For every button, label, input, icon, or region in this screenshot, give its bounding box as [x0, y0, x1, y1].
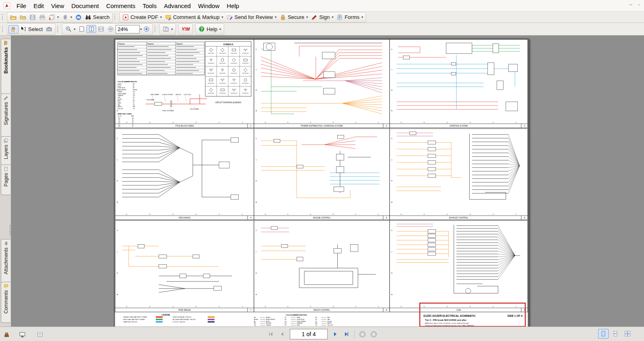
last-page-icon [343, 331, 350, 337]
sidebar-tab-comments[interactable]: Comments [1, 282, 10, 323]
previous-page-button[interactable] [277, 329, 287, 339]
fit-page-icon [88, 26, 95, 32]
hand-tool-button[interactable] [8, 25, 19, 33]
menu-comments[interactable]: Comments [103, 1, 139, 10]
color-abbrev-code: BK/WH [133, 89, 137, 91]
sidebar-tab-layers[interactable]: Layers [1, 136, 10, 166]
menu-document[interactable]: Document [68, 1, 102, 10]
fit-width-button[interactable] [96, 25, 106, 33]
snapshot-tool-button[interactable] [44, 25, 54, 33]
screen-mode-button[interactable] [17, 330, 27, 339]
send-for-review-button[interactable]: Send for Review▾ [225, 13, 278, 21]
schematic-panel-1: TITLE BLOCK INDEX1654321DCBADiagramDiagr… [115, 40, 254, 128]
color-abbrev-name: PINK [118, 97, 121, 98]
page-display-button[interactable]: ▾ [161, 25, 174, 33]
menu-help[interactable]: Help [223, 1, 243, 10]
comment-markup-button[interactable]: Comment & Markup▾ [163, 13, 225, 21]
dropdown-caret: ▾ [275, 15, 277, 19]
email-button[interactable] [74, 13, 83, 21]
ruler-row-label: D [391, 48, 392, 50]
toolbar-grip[interactable] [2, 26, 4, 32]
secure-label: Secure [288, 14, 304, 20]
toolbar-grip[interactable] [155, 26, 157, 32]
panel-title: POWER DISTRIBUTION / CHARGING SYSTEM [301, 125, 343, 127]
attach-button[interactable]: ▾ [60, 13, 74, 21]
zoom-level-input[interactable] [116, 25, 140, 33]
ruler-row-label: B [391, 180, 392, 182]
comment-markup-label: Comment & Markup [173, 14, 220, 20]
menu-edit[interactable]: Edit [30, 1, 47, 10]
create-pdf-button[interactable]: Create PDF▾ [121, 13, 163, 21]
ruler-row-label: B [391, 272, 392, 274]
print-button[interactable] [37, 13, 47, 21]
menu-view[interactable]: View [47, 1, 68, 10]
menu-tools[interactable]: Tools [139, 1, 160, 10]
first-page-button[interactable] [266, 329, 276, 339]
menu-items: FileEditViewDocumentCommentsToolsAdvance… [13, 1, 243, 10]
panel-number: 1 [250, 125, 252, 127]
previous-view-button[interactable] [357, 329, 367, 339]
legend-color-bar [208, 316, 215, 318]
dropdown-caret: ▾ [361, 15, 363, 19]
organizer-button[interactable] [18, 13, 28, 21]
menu-bar: FileEditViewDocumentCommentsToolsAdvance… [0, 0, 644, 12]
sidebar-tab-attachments[interactable]: Attachments [1, 239, 10, 283]
color-abbrev-code: GY [285, 317, 287, 318]
facing-layout-button[interactable] [622, 329, 633, 339]
next-page-button[interactable] [330, 329, 341, 339]
sidebar-tab-bookmarks[interactable]: Bookmarks [1, 39, 10, 94]
model-tree-icon[interactable] [4, 332, 10, 337]
page-number-input[interactable] [290, 329, 328, 339]
next-view-button[interactable] [368, 329, 379, 339]
color-abbrev-name: BLACK [266, 317, 271, 318]
continuous-layout-button[interactable] [610, 329, 621, 339]
dropdown-caret: ▾ [332, 15, 333, 19]
combine-files-button[interactable]: ▾ [47, 13, 60, 21]
color-abbrev-name: LIGHT GREEN [297, 321, 306, 322]
forms-button[interactable]: Forms▾ [335, 13, 365, 21]
yahoo-messenger-button[interactable]: Y!M [180, 26, 191, 32]
ruler-row-label: C [391, 159, 392, 161]
open-folder-icon [10, 14, 17, 21]
help-button[interactable]: ?Help▾ [197, 25, 223, 33]
ruler-row-label: A [117, 293, 118, 295]
minimize-icon[interactable]: – [629, 1, 632, 8]
page-layout-buttons [598, 329, 633, 339]
select-tool-button[interactable]: Select [19, 25, 44, 33]
zoom-out-button[interactable] [106, 25, 116, 33]
help-label: Help [206, 26, 217, 32]
save-icon [29, 14, 36, 21]
ruler-row-label: A [391, 293, 392, 295]
open-button[interactable] [8, 13, 18, 21]
svg-text:SHEET NUMBER: SHEET NUMBER [151, 94, 159, 96]
save-button[interactable] [28, 13, 37, 21]
sidebar-tab-pages[interactable]: Pages [1, 164, 10, 195]
menu-advanced[interactable]: Advanced [160, 1, 194, 10]
actual-size-button[interactable] [77, 25, 87, 33]
toolbar-grip[interactable] [57, 26, 60, 32]
drawer-button[interactable] [35, 330, 45, 339]
color-abbrev-name: BLUE [118, 85, 121, 87]
dropdown-caret: ▾ [306, 15, 308, 19]
fit-page-button[interactable] [87, 25, 96, 33]
last-page-button[interactable] [341, 329, 352, 339]
sidebar-tab-signatures[interactable]: Signatures [1, 94, 10, 138]
menu-file[interactable]: File [13, 1, 30, 10]
sign-button[interactable]: Sign▾ [310, 13, 335, 21]
search-button[interactable]: Search [83, 13, 111, 21]
zoom-tool-button[interactable]: ▾ [64, 25, 77, 33]
secure-button[interactable]: Secure▾ [278, 13, 310, 21]
toolbar-grip[interactable] [114, 14, 117, 20]
navigation-tabs-sidebar: BookmarksSignaturesLayersPagesAttachment… [0, 35, 11, 326]
zoom-in-icon [143, 26, 150, 32]
panel-number: 4 [250, 217, 252, 219]
yahoo-group: Y!M [178, 23, 193, 35]
ruler-row-label: C [117, 251, 118, 253]
restore-icon[interactable]: ▫ [638, 1, 640, 8]
menu-window[interactable]: Window [194, 1, 223, 10]
legend-color-bar [156, 316, 163, 318]
zoom-in-button[interactable] [142, 25, 151, 33]
single-page-layout-button[interactable] [598, 329, 609, 339]
color-abbrev-code: RD [315, 317, 317, 318]
toolbar-grip[interactable] [2, 14, 4, 20]
